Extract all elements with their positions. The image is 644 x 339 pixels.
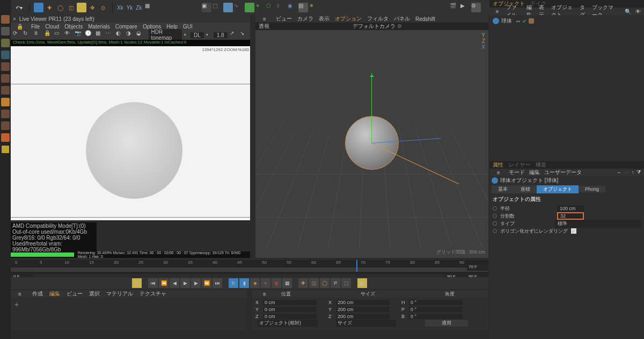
cur-frame-input[interactable]: 70 F [467, 264, 488, 271]
picker-select[interactable]: DL [191, 32, 204, 38]
segments-input[interactable]: 32 [557, 212, 584, 220]
tool-icon[interactable] [1, 110, 10, 118]
tonemap-select[interactable]: HDR tonemap [149, 29, 181, 41]
camera-icon[interactable]: ▤ [298, 3, 308, 12]
next-frame-icon[interactable]: ▶ [191, 278, 201, 288]
pos-y-input[interactable]: 0 cm [263, 307, 317, 312]
record-icon[interactable]: ● [261, 278, 270, 288]
radius-input[interactable]: 100 cm [557, 205, 584, 212]
exposure-input[interactable]: 1.8 [214, 32, 228, 38]
tool-icon[interactable]: ⊙ [98, 3, 108, 12]
vp-menu-view[interactable]: ビュー [276, 15, 292, 23]
keyframe-icon[interactable] [493, 206, 497, 211]
search-icon[interactable]: 🔍 [625, 9, 631, 15]
play-icon[interactable]: ▶ [180, 278, 190, 288]
apply-button[interactable]: 適用 [425, 320, 468, 327]
close-icon[interactable]: × [13, 16, 16, 22]
prev-key-icon[interactable]: ⏪ [159, 278, 169, 288]
light-icon[interactable]: ☀ [309, 3, 319, 12]
pos-z-input[interactable]: 0 cm [263, 314, 317, 319]
mat-menu-select[interactable]: 選択 [89, 290, 100, 298]
vp-menu-display[interactable]: 表示 [319, 15, 330, 23]
field-icon[interactable]: ⬡ [266, 3, 276, 12]
attr-menu-userdata[interactable]: ユーザーデータ [544, 169, 582, 176]
channel-icon[interactable]: ◑ [126, 30, 134, 40]
coord-icon[interactable]: ▦ [145, 3, 155, 12]
render-icon[interactable]: ▣ [202, 3, 211, 12]
pos-key-icon[interactable]: ✚ [298, 278, 308, 288]
select-tool-icon[interactable] [34, 3, 43, 12]
dots-icon[interactable]: ⋯ [106, 30, 114, 40]
menu-cloud[interactable]: Cloud [45, 24, 59, 30]
render-region-icon[interactable]: ⬚ [213, 3, 222, 12]
visibility-toggle-icon[interactable]: ▪▪ [516, 18, 520, 24]
enable-icon[interactable]: ✔ [522, 18, 526, 24]
object-tree[interactable]: 球体 ▪▪ ✔ [489, 15, 644, 161]
grid-icon[interactable]: ▦ [96, 30, 104, 40]
autokey-icon[interactable]: ✎ [132, 278, 142, 288]
axis-y[interactable]: Yk [127, 5, 133, 11]
subtab-object[interactable]: オブジェクト [537, 185, 579, 193]
rotate-tool-icon[interactable]: ◯ [55, 3, 65, 12]
materials-body[interactable]: ＋ [11, 298, 247, 330]
tool-icon[interactable] [1, 98, 10, 106]
tool-icon[interactable] [1, 15, 10, 24]
move-tool-icon[interactable]: ✚ [45, 3, 54, 12]
size-mode-select[interactable]: サイズ [336, 320, 396, 327]
tool-icon[interactable] [1, 86, 10, 95]
vp-menu-camera[interactable]: カメラ [297, 15, 313, 23]
axis-x[interactable]: Xk [117, 5, 123, 11]
scale-key-icon[interactable]: ◫ [309, 278, 319, 288]
param-key-icon[interactable]: P [331, 278, 340, 288]
viewport-3d[interactable]: Y Z X グリッド間隔 : 500 cm [255, 30, 488, 258]
type-select[interactable]: 標準 [555, 220, 641, 228]
goto-end-icon[interactable]: ⏭ [213, 278, 222, 288]
mat-menu-view[interactable]: ビュー [67, 290, 83, 298]
coord-mode-select[interactable]: オブジェクト(相対) [258, 320, 318, 327]
size-x-input[interactable]: 200 cm [336, 300, 390, 305]
mat-menu-create[interactable]: 作成 [32, 290, 43, 298]
render-perfect-checkbox[interactable]: ✔ [571, 228, 576, 234]
live-viewer-canvas[interactable]: 1394*1292 ZOOM:%180 [11, 46, 250, 220]
nav-back-icon[interactable]: ← [617, 169, 622, 176]
mat-menu-edit[interactable]: 編集 [49, 290, 60, 298]
pause-icon[interactable]: ⏸ [33, 30, 41, 40]
subtab-phong[interactable]: Phong [579, 186, 605, 192]
angle-b-input[interactable]: 0 ° [409, 314, 463, 319]
rot-key-icon[interactable]: ◯ [320, 278, 330, 288]
size-z-input[interactable]: 200 cm [336, 314, 390, 319]
marker-icon[interactable]: ◧ [357, 278, 367, 288]
active-tool-icon[interactable] [77, 3, 86, 12]
loop-icon[interactable]: ↻ [229, 278, 238, 288]
mat-menu-material[interactable]: マテリアル [106, 290, 133, 298]
keyframe-icon[interactable] [493, 229, 497, 233]
tool-icon[interactable] [1, 39, 10, 47]
menu-options[interactable]: Options [143, 24, 161, 30]
play-icon[interactable]: ▶ [460, 3, 470, 12]
lock-icon[interactable]: 🔒 [44, 30, 52, 40]
size-y-input[interactable]: 200 cm [336, 307, 390, 312]
eye-icon[interactable]: 👁 [64, 30, 72, 40]
key-icon[interactable]: ◈ [250, 278, 260, 288]
tool-icon[interactable] [1, 74, 10, 83]
sound-icon[interactable]: ▮ [239, 278, 249, 288]
tool-icon[interactable] [1, 62, 10, 71]
next-key-icon[interactable]: ⏩ [202, 278, 211, 288]
spline-icon[interactable]: ∿ [234, 3, 244, 12]
vp-menu-option[interactable]: オプション [335, 15, 362, 23]
pos-x-input[interactable]: 0 cm [263, 300, 317, 305]
menu-materials[interactable]: Materials [88, 24, 110, 30]
object-item-sphere[interactable]: 球体 ▪▪ ✔ [493, 17, 641, 25]
menu-compare[interactable]: Compare [115, 24, 137, 30]
tool-icon[interactable] [1, 51, 10, 59]
attr-menu-mode[interactable]: モード [509, 169, 525, 176]
primitive-cube-icon[interactable] [223, 3, 233, 12]
menu-file[interactable]: File [31, 24, 40, 30]
mat-menu-texture[interactable]: テクスチャ [140, 290, 166, 298]
add-material-icon[interactable]: ＋ [13, 300, 20, 308]
tool-icon[interactable] [1, 145, 10, 154]
axis-z[interactable]: Zk [136, 5, 142, 11]
refresh-icon[interactable]: ⟳ [13, 30, 21, 40]
keyframe-icon[interactable] [493, 214, 497, 218]
env-icon[interactable]: ◉ [288, 3, 297, 12]
